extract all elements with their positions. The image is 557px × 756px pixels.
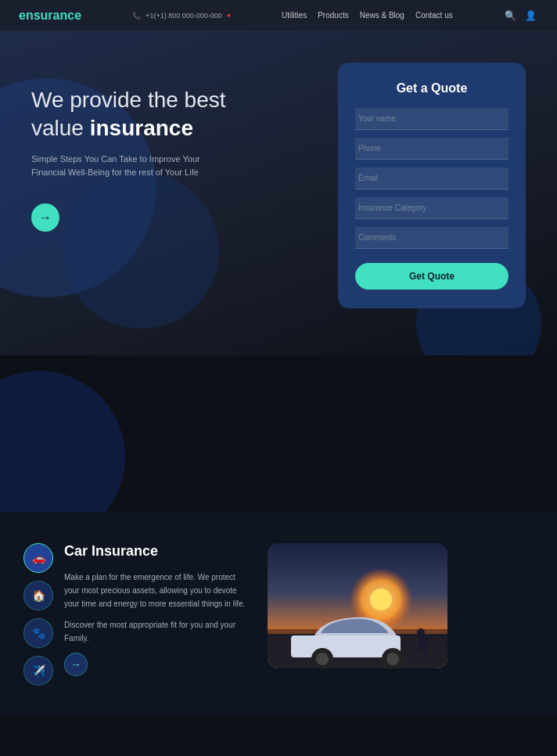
svg-point-9 [386, 653, 399, 665]
car-left-content: 🚗 🏠 🐾 ✈️ Car Insurance Make a plan for t… [23, 543, 252, 686]
hero-title-bold: insurance [90, 116, 193, 140]
svg-rect-12 [424, 642, 428, 654]
insurance-icon-travel[interactable]: ✈️ [23, 656, 53, 686]
quote-email-input[interactable] [355, 167, 508, 189]
search-icon-button[interactable]: 🔍 [504, 9, 518, 23]
insurance-icon-list: 🚗 🏠 🐾 ✈️ [23, 543, 53, 686]
quote-comments-input[interactable] [355, 227, 508, 249]
car-section-title: Car Insurance [64, 543, 252, 560]
hero-title: We provide the best value insurance [31, 86, 226, 143]
car-sunset-svg [268, 543, 447, 668]
car-arrow-button[interactable]: → [64, 653, 88, 676]
svg-point-13 [422, 636, 429, 643]
hero-subtitle: Simple Steps You Can Take to Improve You… [31, 153, 219, 180]
navbar-phone: 📞 +1(+1) 800 000-000-000 ● [132, 12, 230, 20]
logo-text: surance [34, 9, 81, 22]
svg-point-7 [316, 653, 329, 665]
nav-link-news[interactable]: News & Blog [360, 11, 404, 20]
car-insurance-section: 🚗 🏠 🐾 ✈️ Car Insurance Make a plan for t… [0, 512, 557, 717]
car-desc-2: Discover the most appropriate fit for yo… [64, 618, 252, 645]
car-image [268, 543, 447, 668]
quote-name-input[interactable] [355, 108, 508, 130]
svg-point-11 [417, 628, 425, 636]
hero-content: We provide the best value insurance Simp… [31, 63, 226, 232]
insurance-icon-pet[interactable]: 🐾 [23, 618, 53, 648]
quote-submit-button[interactable]: Get Quote [355, 263, 508, 290]
navbar: ensurance 📞 +1(+1) 800 000-000-000 ● Uti… [0, 0, 557, 31]
dot-separator: ● [227, 12, 231, 19]
insurance-icon-car[interactable]: 🚗 [23, 543, 53, 573]
svg-point-2 [370, 589, 392, 610]
hero-title-line1: We provide the best [31, 88, 226, 112]
quote-form-card: Get a Quote Get Quote [338, 63, 526, 308]
navbar-links: Utilities Products News & Blog Contact u… [282, 11, 453, 20]
nav-link-products[interactable]: Products [318, 11, 348, 20]
quote-form-title: Get a Quote [355, 81, 508, 95]
phone-number: +1(+1) 800 000-000-000 [146, 12, 222, 20]
nav-link-utilities[interactable]: Utilities [282, 11, 307, 20]
services-section: Best Services 24x7 Support Client is our… [0, 717, 557, 756]
hero-section: We provide the best value insurance Simp… [0, 31, 557, 355]
navbar-user-icons: 🔍 👤 [504, 9, 538, 23]
insurance-icon-home[interactable]: 🏠 [23, 581, 53, 610]
nav-link-contact[interactable]: Contact us [415, 11, 453, 20]
phone-icon: 📞 [132, 12, 141, 20]
quote-category-input[interactable] [355, 197, 508, 219]
svg-rect-10 [419, 635, 423, 653]
user-icon-button[interactable]: 👤 [524, 9, 538, 23]
dark-blob [0, 371, 125, 512]
hero-title-line2: value [31, 116, 90, 140]
dark-transition-section [0, 355, 557, 512]
logo[interactable]: ensurance [19, 9, 81, 23]
quote-phone-input[interactable] [355, 138, 508, 160]
logo-accent: en [19, 9, 34, 22]
hero-cta-button[interactable]: → [31, 203, 59, 232]
car-desc-1: Make a plan for the emergence of life. W… [64, 571, 252, 610]
car-content: Car Insurance Make a plan for the emerge… [64, 543, 252, 686]
